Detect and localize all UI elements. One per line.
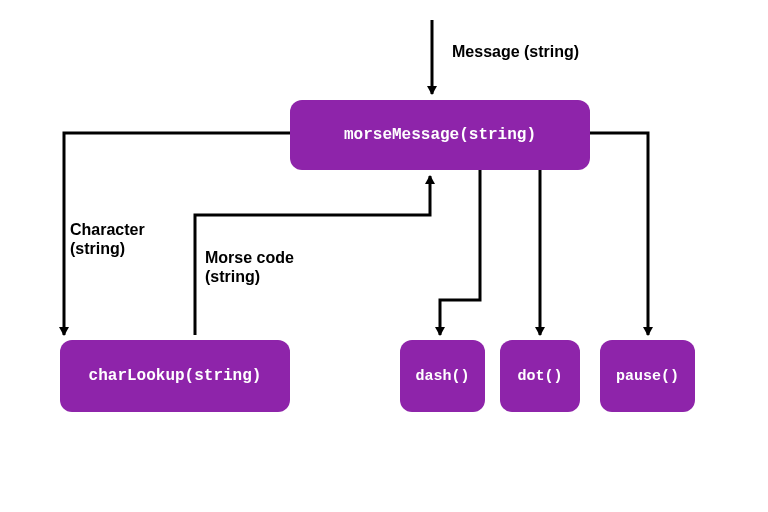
node-dot: dot() (500, 340, 580, 412)
node-dash: dash() (400, 340, 485, 412)
node-pause: pause() (600, 340, 695, 412)
label-morsecode-l1: Morse code (205, 249, 294, 266)
label-morsecode-l2: (string) (205, 268, 260, 285)
arrow-to-dash (440, 170, 480, 335)
label-message: Message (string) (452, 42, 579, 61)
arrow-to-pause (590, 133, 648, 335)
label-character-l1: Character (70, 221, 145, 238)
label-morsecode: Morse code (string) (205, 248, 294, 286)
diagram-canvas: morseMessage(string) charLookup(string) … (0, 0, 768, 512)
node-char-lookup: charLookup(string) (60, 340, 290, 412)
label-character: Character (string) (70, 220, 145, 258)
node-morse-message: morseMessage(string) (290, 100, 590, 170)
label-character-l2: (string) (70, 240, 125, 257)
